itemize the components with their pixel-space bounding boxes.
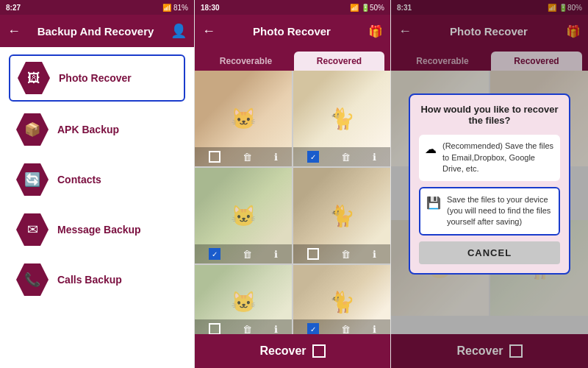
photo-trash-3[interactable]: 🗑 <box>243 249 252 260</box>
menu-item-message-backup[interactable]: ✉ Message Backup <box>9 208 185 252</box>
photo-recover-icon-wrap: 🖼 <box>18 62 50 94</box>
photo-trash-2[interactable]: 🗑 <box>341 152 351 163</box>
photo-controls-5: 🗑 ℹ <box>195 319 292 334</box>
message-backup-label: Message Backup <box>57 224 141 236</box>
dialog-option-device[interactable]: 💾 Save the files to your device (you wil… <box>419 187 560 236</box>
recover-dialog: How would you like to recover the files?… <box>409 93 570 274</box>
photo-check-2[interactable] <box>307 151 319 163</box>
photo-grid-2: 🐱 🗑 ℹ 🐈 🗑 ℹ 🐱 🗑 <box>195 71 390 334</box>
photo-cell-1[interactable]: 🐱 🗑 ℹ <box>195 71 292 166</box>
tab-recovered-2[interactable]: Recovered <box>294 52 384 71</box>
time-1: 8:27 <box>6 4 21 12</box>
apk-backup-icon: 📦 <box>24 121 40 138</box>
photo-controls-4: 🗑 ℹ <box>293 244 390 263</box>
status-bar-1: 8:27 📶 81% <box>0 0 194 15</box>
photo-info-5[interactable]: ℹ <box>274 324 278 335</box>
tabs-bar-2: Recoverable Recovered <box>195 47 390 71</box>
gift-icon-2[interactable]: 🎁 <box>368 24 383 38</box>
apk-backup-icon-wrap: 📦 <box>16 113 49 146</box>
recover-bar-2: Recover <box>195 334 390 368</box>
dialog-cloud-text: (Recommended) Save the files to Email,Dr… <box>442 141 554 174</box>
header-title-1: Backup And Recovery <box>26 25 165 38</box>
panel-backup-recovery: 8:27 📶 81% ← Backup And Recovery 👤 🖼 Pho… <box>0 0 195 368</box>
photo-check-4[interactable] <box>307 248 319 260</box>
menu-item-apk-backup[interactable]: 📦 APK Backup <box>9 107 185 152</box>
photo-controls-2: 🗑 ℹ <box>293 147 390 166</box>
photo-cell-3[interactable]: 🐱 🗑 ℹ <box>195 168 292 263</box>
photo-recover-label: Photo Recover <box>59 72 132 84</box>
photo-controls-3: 🗑 ℹ <box>195 244 292 263</box>
menu-item-calls-backup[interactable]: 📞 Calls Backup <box>9 258 185 302</box>
photo-trash-5[interactable]: 🗑 <box>243 324 252 335</box>
menu-list: 🖼 Photo Recover 📦 APK Backup 🔄 Contacts … <box>0 47 194 368</box>
header-1: ← Backup And Recovery 👤 <box>0 15 194 47</box>
photo-cell-5[interactable]: 🐱 🗑 ℹ <box>195 265 292 334</box>
contacts-icon-wrap: 🔄 <box>16 163 49 196</box>
photo-check-3[interactable] <box>209 248 220 260</box>
panel-photo-recover: 18:30 📶 🔋50% ← Photo Recover 🎁 Recoverab… <box>195 0 391 368</box>
photo-cell-2[interactable]: 🐈 🗑 ℹ <box>293 71 390 166</box>
menu-item-photo-recover[interactable]: 🖼 Photo Recover <box>9 54 185 102</box>
menu-item-contacts[interactable]: 🔄 Contacts <box>9 158 185 202</box>
dialog-option-cloud[interactable]: ☁ (Recommended) Save the files to Email,… <box>419 135 560 180</box>
device-save-icon: 💾 <box>426 196 441 210</box>
photo-cell-6[interactable]: 🐈 🗑 ℹ <box>293 265 390 334</box>
photo-controls-6: 🗑 ℹ <box>293 319 390 334</box>
header-2: ← Photo Recover 🎁 <box>195 15 390 47</box>
back-button-2[interactable]: ← <box>202 24 215 39</box>
photo-info-6[interactable]: ℹ <box>373 324 376 335</box>
photo-trash-1[interactable]: 🗑 <box>243 152 252 163</box>
photo-trash-6[interactable]: 🗑 <box>341 324 351 335</box>
cloud-upload-icon: ☁ <box>425 142 437 156</box>
signal-icon-1: 📶 <box>162 4 171 12</box>
cat-image-2: 🐈 <box>329 107 355 131</box>
battery-icon-1: 81% <box>173 4 188 12</box>
user-icon-1: 👤 <box>171 23 187 39</box>
photo-controls-1: 🗑 ℹ <box>195 147 292 166</box>
photo-recover-icon: 🖼 <box>27 71 40 86</box>
cat-image-4: 🐈 <box>329 204 355 228</box>
tab-recoverable-2[interactable]: Recoverable <box>201 52 291 71</box>
contacts-label: Contacts <box>57 174 101 185</box>
calls-backup-icon-wrap: 📞 <box>16 263 49 296</box>
header-title-2: Photo Recover <box>221 25 362 38</box>
dialog-cancel-button[interactable]: CANCEL <box>419 241 560 264</box>
back-button-1[interactable]: ← <box>7 24 21 39</box>
cat-image-3: 🐱 <box>231 204 257 228</box>
calls-backup-label: Calls Backup <box>57 274 122 286</box>
photo-check-5[interactable] <box>209 323 220 334</box>
signal-icon-2: 📶 <box>350 4 359 12</box>
dialog-title: How would you like to recover the files? <box>419 104 560 126</box>
photo-info-3[interactable]: ℹ <box>274 249 278 260</box>
photo-trash-4[interactable]: 🗑 <box>341 249 351 260</box>
photo-check-1[interactable] <box>209 151 220 163</box>
time-2: 18:30 <box>201 4 220 12</box>
apk-backup-label: APK Backup <box>57 124 119 135</box>
status-bar-2: 18:30 📶 🔋50% <box>195 0 390 15</box>
photo-info-2[interactable]: ℹ <box>373 152 376 163</box>
status-icons-2: 📶 🔋50% <box>350 4 384 12</box>
cat-image-5: 🐱 <box>231 290 257 314</box>
dialog-overlay: How would you like to recover the files?… <box>391 0 588 368</box>
status-icons-1: 📶 81% <box>162 4 188 12</box>
panel-photo-recover-dialog: 8:31 📶 🔋80% ← Photo Recover 🎁 Recoverabl… <box>391 0 588 368</box>
cat-image-6: 🐈 <box>329 290 355 314</box>
message-backup-icon: ✉ <box>27 222 38 238</box>
dialog-device-text: Save the files to your device (you will … <box>447 194 553 228</box>
photo-info-4[interactable]: ℹ <box>373 249 376 260</box>
message-backup-icon-wrap: ✉ <box>16 213 49 246</box>
photo-check-6[interactable] <box>307 323 319 334</box>
photo-cell-4[interactable]: 🐈 🗑 ℹ <box>293 168 390 263</box>
recover-button-2[interactable]: Recover <box>259 344 306 358</box>
calls-backup-icon: 📞 <box>24 272 40 288</box>
recover-select-all-2[interactable] <box>312 344 326 358</box>
cat-image-1: 🐱 <box>231 107 257 131</box>
contacts-icon: 🔄 <box>24 171 40 188</box>
battery-icon-2: 🔋50% <box>361 4 384 12</box>
photo-info-1[interactable]: ℹ <box>274 152 278 163</box>
